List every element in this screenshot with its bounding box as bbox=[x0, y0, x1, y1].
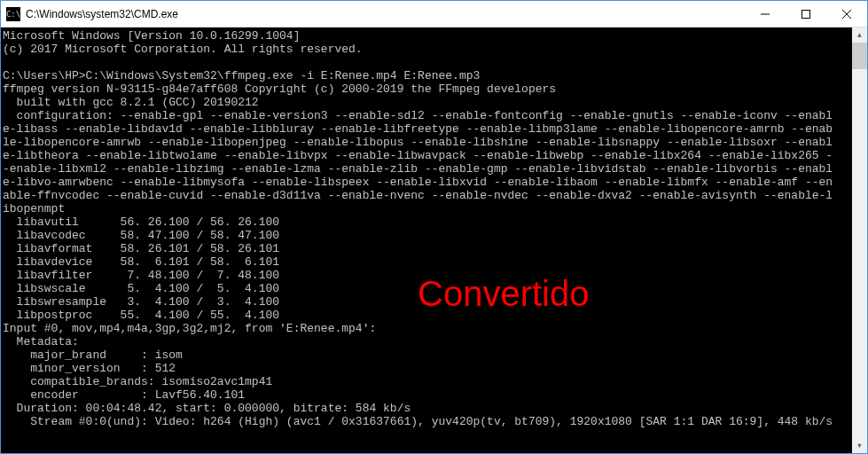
vertical-scrollbar[interactable]: ▲ ▼ bbox=[852, 27, 867, 453]
scroll-up-button[interactable]: ▲ bbox=[852, 27, 867, 43]
svg-rect-1 bbox=[802, 10, 810, 18]
close-button[interactable] bbox=[826, 1, 867, 27]
minimize-icon bbox=[761, 10, 770, 19]
window-titlebar[interactable]: C:\ C:\Windows\system32\CMD.exe bbox=[1, 1, 867, 27]
window-controls bbox=[745, 1, 867, 27]
terminal-area[interactable]: Microsoft Windows [Version 10.0.16299.10… bbox=[1, 27, 867, 453]
cmd-icon: C:\ bbox=[6, 7, 20, 21]
minimize-button[interactable] bbox=[745, 1, 786, 27]
terminal-output: Microsoft Windows [Version 10.0.16299.10… bbox=[3, 29, 852, 428]
maximize-icon bbox=[802, 10, 810, 19]
window-title: C:\Windows\system32\CMD.exe bbox=[26, 8, 745, 20]
close-icon bbox=[842, 10, 851, 19]
maximize-button[interactable] bbox=[786, 1, 826, 27]
scroll-down-button[interactable]: ▼ bbox=[852, 438, 867, 453]
scrollbar-thumb[interactable] bbox=[852, 43, 867, 69]
